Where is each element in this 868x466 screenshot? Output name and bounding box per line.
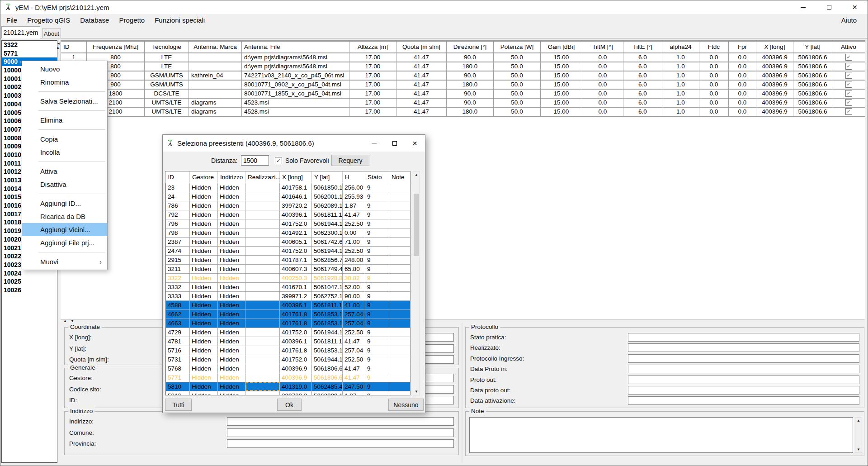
cell[interactable]: 5061806.6 [793,89,832,98]
cell[interactable]: 17.00 [349,98,396,107]
cell[interactable]: 9 [365,282,389,291]
cell[interactable]: 255.93 [343,192,365,201]
cell[interactable]: 41.47 [343,210,365,219]
column-header[interactable]: Antenna: File [242,41,349,53]
preesistente-row[interactable]: 2474HiddenHidden401752.05061944.1252.509 [166,246,410,255]
cell[interactable]: 2474 [166,246,190,255]
cell[interactable]: 401319.0 [280,382,312,391]
cell[interactable]: 401752.0 [280,328,312,337]
cell[interactable]: 5062089.1 [312,391,343,395]
cell[interactable] [389,255,410,264]
tab-project[interactable]: 210121.yem [1,26,40,38]
cell[interactable]: 80010771_0902_x_co_p45_04t.msi [242,80,349,89]
cell[interactable] [389,210,410,219]
cell[interactable] [245,192,280,201]
cell[interactable] [389,346,410,355]
cell[interactable]: 257.04 [343,346,365,355]
cell[interactable]: 2915 [166,255,190,264]
cell[interactable]: 4663 [166,319,190,328]
cell[interactable]: GSM/UMTS [145,71,189,80]
cell[interactable] [389,264,410,273]
cell[interactable]: 41.47 [396,107,447,116]
cell[interactable]: Hidden [190,237,218,246]
text-field[interactable] [628,343,859,352]
cell[interactable] [389,382,410,391]
scroll-up-icon[interactable]: ▲ [855,418,862,423]
cell[interactable]: Hidden [218,328,245,337]
cell[interactable]: 6.0 [623,80,662,89]
note-scrollbar[interactable]: ▲ ▼ [855,417,862,453]
cell[interactable]: 180.0 [447,80,494,89]
preesistente-row[interactable]: 4662HiddenHidden401761.85061853.1257.049 [166,309,410,319]
cell[interactable]: 1.0 [662,71,699,80]
menu-item-aggiungi-id-[interactable]: Aggiungi ID... [22,197,107,210]
cell[interactable]: 41.47 [396,62,447,71]
cell[interactable]: 50.0 [494,80,541,89]
cell[interactable]: 401787.1 [280,255,312,264]
cell[interactable]: 0.0 [729,53,756,62]
cell[interactable]: 41.47 [343,373,365,382]
column-header[interactable]: Altezza [m] [349,41,396,53]
preesistente-row[interactable]: 2387HiddenHidden400605.15061742.671.009 [166,237,410,246]
cell[interactable]: Hidden [218,382,245,391]
cell[interactable]: Hidden [190,255,218,264]
cell[interactable]: diagrams [189,107,242,116]
cell[interactable]: Hidden [190,337,218,346]
column-header[interactable]: Y [lat] [793,41,832,53]
cell[interactable]: 9 [365,264,389,273]
nessuno-button[interactable]: Nessuno [388,399,424,411]
cell[interactable]: 0.0 [582,71,623,80]
cell[interactable]: 5061811.1 [312,337,343,346]
collapse-up-icon[interactable]: ▲ [63,319,67,323]
menu-item-ricarica-da-db[interactable]: Ricarica da DB [22,210,107,223]
preesistente-row[interactable]: 796HiddenHidden401752.05061944.1252.509 [166,219,410,228]
cell[interactable]: Hidden [218,210,245,219]
cell[interactable]: 4662 [166,309,190,319]
cell[interactable]: 41.47 [396,80,447,89]
tutti-button[interactable]: Tutti [165,399,192,411]
column-header[interactable]: Fpr [729,41,756,53]
cell[interactable]: LTE [145,53,189,62]
maximize-button[interactable] [816,0,842,14]
cell[interactable]: Hidden [218,264,245,273]
cell[interactable]: 5061806.6 [793,53,832,62]
cell[interactable]: Hidden [190,364,218,373]
checkbox-checked-icon[interactable]: ✓ [845,81,852,88]
cell[interactable]: 52.00 [343,282,365,291]
cell[interactable] [389,246,410,255]
cell[interactable]: 0.0 [699,71,729,80]
cell[interactable]: 399720.2 [280,391,312,395]
cell[interactable] [245,210,280,219]
cell[interactable] [245,273,280,282]
cell[interactable]: 9 [365,373,389,382]
cell[interactable]: 5062856.7 [312,255,343,264]
cell[interactable]: Hidden [218,346,245,355]
cell[interactable]: Hidden [190,192,218,201]
cell[interactable]: 41.47 [396,71,447,80]
cell[interactable]: diagrams [189,98,242,107]
cell[interactable]: 15.00 [541,98,582,107]
cell[interactable]: 401646.1 [280,192,312,201]
cell[interactable]: 1.0 [662,89,699,98]
cell[interactable]: 5061806.6 [793,62,832,71]
cell[interactable]: Hidden [190,346,218,355]
checkbox-checked-icon[interactable]: ✓ [845,99,852,106]
cell[interactable]: 400396.9 [756,98,793,107]
menu-item-rinomina[interactable]: Rinomina [22,76,107,89]
cell[interactable]: 5716 [166,346,190,355]
cell[interactable]: Hidden [218,364,245,373]
preesistente-row[interactable]: 798HiddenHidden401492.15062300.10.009 [166,228,410,237]
menu-item-incolla[interactable]: Incolla [22,146,107,159]
cell[interactable]: Hidden [218,273,245,282]
menu-item-nuovo[interactable]: Nuovo [22,62,107,76]
cell[interactable]: Hidden [218,319,245,328]
cell[interactable]: 41.47 [396,89,447,98]
cell[interactable]: 15.00 [541,80,582,89]
cell[interactable]: Hidden [190,328,218,337]
menu-progetto-qgis[interactable]: Progetto qGIS [22,14,75,26]
text-field[interactable] [628,376,859,384]
cell[interactable]: 742271v03_2140_x_co_p45_06t.msi [242,71,349,80]
cell[interactable]: 257.04 [343,319,365,328]
checkbox-checked-icon[interactable]: ✓ [845,63,852,70]
cell[interactable]: 1.87 [343,201,365,210]
